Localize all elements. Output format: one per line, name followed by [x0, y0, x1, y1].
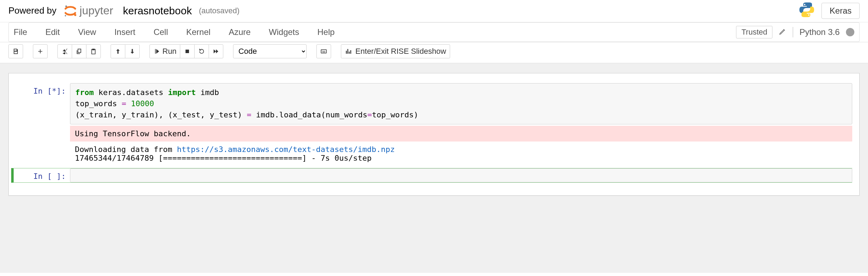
run-button[interactable]: Run	[149, 44, 180, 58]
menu-cell[interactable]: Cell	[154, 27, 168, 37]
menu-view[interactable]: View	[78, 27, 96, 37]
arrow-up-icon	[114, 48, 121, 55]
edit-icon[interactable]	[779, 28, 786, 37]
code-cell[interactable]: In [*]: from keras.datasets import imdb …	[16, 83, 852, 166]
code-input-area[interactable]: from keras.datasets import imdb top_word…	[70, 83, 852, 124]
divider	[793, 27, 793, 37]
keras-kernel-pill[interactable]: Keras	[821, 3, 860, 19]
command-palette-button[interactable]	[316, 44, 331, 58]
toolbar: Run Code Enter/Exit RISE Slideshow	[0, 42, 868, 63]
kernel-name[interactable]: Python 3.6	[799, 27, 840, 37]
restart-run-all-button[interactable]	[209, 44, 223, 58]
interrupt-button[interactable]	[180, 44, 195, 58]
menu-edit[interactable]: Edit	[46, 27, 60, 37]
svg-rect-3	[186, 50, 189, 53]
menu-widgets[interactable]: Widgets	[269, 27, 299, 37]
bar-chart-icon	[345, 48, 352, 55]
stop-icon	[184, 48, 191, 55]
stderr-output: Using TensorFlow backend.	[70, 126, 852, 141]
scissors-icon	[61, 48, 68, 55]
rise-slideshow-button[interactable]: Enter/Exit RISE Slideshow	[341, 44, 450, 58]
plus-icon	[37, 48, 44, 55]
copy-icon	[76, 48, 83, 55]
paste-button[interactable]	[86, 44, 101, 58]
notebook-title[interactable]: kerasnotebook	[123, 5, 192, 17]
svg-rect-4	[321, 50, 327, 53]
fast-forward-icon	[212, 48, 219, 55]
move-down-button[interactable]	[125, 44, 140, 58]
move-group	[111, 44, 140, 58]
notebook-scroll-area[interactable]: In [*]: from keras.datasets import imdb …	[0, 63, 868, 273]
menu-file[interactable]: File	[14, 27, 27, 37]
run-label: Run	[162, 47, 176, 56]
notebook-container: In [*]: from keras.datasets import imdb …	[8, 73, 860, 196]
stdout-output: Downloading data from https://s3.amazona…	[70, 141, 852, 166]
edit-group	[57, 44, 101, 58]
insert-cell-below-button[interactable]	[33, 44, 48, 58]
stdout-text: Downloading data from	[75, 145, 177, 154]
keyboard-icon	[320, 48, 327, 55]
code-input-area[interactable]	[70, 168, 852, 182]
svg-point-2	[65, 15, 66, 16]
menubar-container: File Edit View Insert Cell Kernel Azure …	[0, 22, 868, 42]
menu-insert[interactable]: Insert	[114, 27, 135, 37]
cut-button[interactable]	[57, 44, 72, 58]
rise-label: Enter/Exit RISE Slideshow	[355, 47, 446, 56]
cell-type-select[interactable]: Code	[233, 44, 307, 58]
paste-icon	[90, 48, 97, 55]
input-prompt: In [*]:	[16, 83, 70, 166]
save-button[interactable]	[8, 44, 23, 58]
kernel-busy-indicator-icon[interactable]	[846, 28, 854, 36]
powered-by-label: Powered by	[8, 5, 56, 16]
menubar: File Edit View Insert Cell Kernel Azure …	[8, 22, 860, 42]
menu-azure[interactable]: Azure	[229, 27, 251, 37]
run-group: Run	[149, 44, 223, 58]
autosave-indicator: (autosaved)	[199, 6, 239, 15]
menu-kernel[interactable]: Kernel	[186, 27, 210, 37]
python-logo-icon	[798, 1, 815, 20]
header-bar: Powered by jupyter kerasnotebook (autosa…	[0, 0, 868, 22]
trusted-indicator[interactable]: Trusted	[736, 26, 772, 38]
save-icon	[12, 48, 19, 55]
jupyter-logo[interactable]: jupyter	[63, 3, 113, 19]
arrow-down-icon	[129, 48, 136, 55]
restart-icon	[198, 48, 205, 55]
stdout-text: 17465344/17464789 [=====================…	[75, 154, 372, 162]
restart-button[interactable]	[194, 44, 209, 58]
input-prompt: In [ ]:	[16, 168, 70, 182]
run-step-icon	[153, 48, 160, 55]
menu-help[interactable]: Help	[317, 27, 335, 37]
jupyter-logo-icon	[63, 3, 78, 19]
copy-button[interactable]	[72, 44, 86, 58]
stdout-link[interactable]: https://s3.amazonaws.com/text-datasets/i…	[177, 145, 395, 154]
code-cell-selected[interactable]: In [ ]:	[11, 168, 852, 183]
menu-items: File Edit View Insert Cell Kernel Azure …	[14, 27, 335, 37]
move-up-button[interactable]	[111, 44, 125, 58]
jupyter-name: jupyter	[79, 4, 113, 17]
